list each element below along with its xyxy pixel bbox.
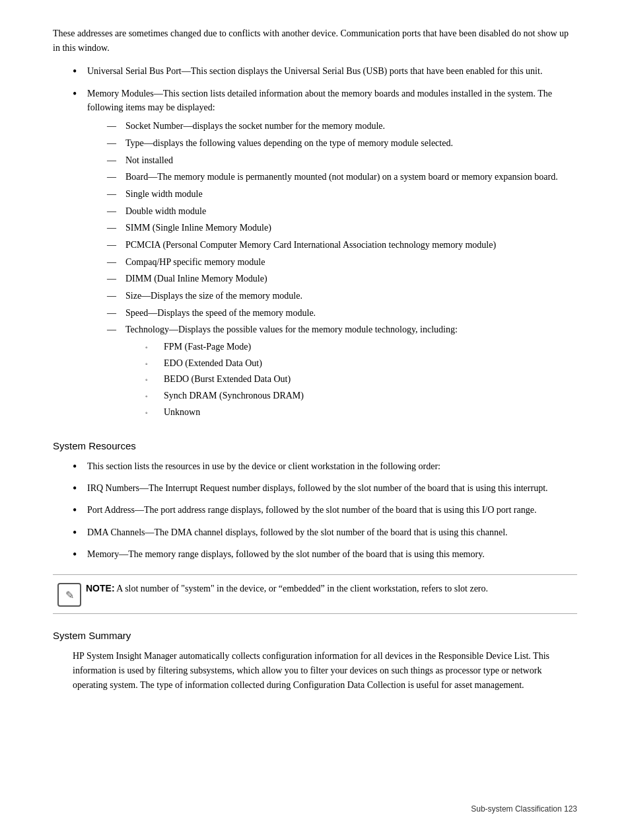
dash-mark: — — [107, 136, 125, 151]
circle-item: ◦ EDO (Extended Data Out) — [125, 356, 577, 371]
list-item: • DMA Channels—The DMA channel displays,… — [53, 525, 577, 541]
system-resources-list: • This section lists the resources in us… — [53, 459, 577, 563]
unknown-text: Unknown — [164, 405, 577, 420]
circle-item: ◦ BEDO (Burst Extended Data Out) — [125, 372, 577, 387]
compaq-text: Compaq/HP specific memory module — [125, 255, 577, 270]
note-label: NOTE: — [86, 583, 115, 593]
list-item: • This section lists the resources in us… — [53, 459, 577, 475]
dash-mark: — — [107, 306, 125, 321]
page-footer: Sub-system Classification 123 — [471, 804, 577, 814]
note-icon-inner — [57, 583, 81, 607]
dash-item: — Type—displays the following values dep… — [87, 136, 577, 151]
order-text: This section lists the resources in use … — [87, 459, 577, 474]
system-resources-heading: System Resources — [53, 440, 577, 451]
dash-item: — Double width module — [87, 204, 577, 219]
note-icon — [53, 582, 86, 607]
dash-item: — PCMCIA (Personal Computer Memory Card … — [87, 238, 577, 252]
bullet-dot: • — [73, 503, 87, 518]
bullet-dot: • — [73, 87, 87, 102]
bullet-dot: • — [73, 481, 87, 496]
note-body: A slot number of "system" in the device,… — [116, 584, 488, 593]
circle-item: ◦ FPM (Fast-Page Mode) — [125, 340, 577, 354]
circle-mark: ◦ — [145, 356, 164, 369]
dash-item: — Compaq/HP specific memory module — [87, 255, 577, 270]
list-item: • Universal Serial Bus Port—This section… — [53, 64, 577, 79]
dash-mark: — — [107, 238, 125, 252]
circle-item: ◦ Synch DRAM (Synchronous DRAM) — [125, 389, 577, 403]
circle-mark: ◦ — [145, 405, 164, 418]
dash-mark: — — [107, 187, 125, 202]
memory-text: Memory—The memory range displays, follow… — [87, 547, 577, 562]
size-text: Size—Displays the size of the memory mod… — [125, 289, 577, 303]
synch-text: Synch DRAM (Synchronous DRAM) — [164, 389, 577, 403]
dash-mark: — — [107, 170, 125, 184]
system-summary-heading: System Summary — [53, 630, 577, 641]
circle-mark: ◦ — [145, 340, 164, 353]
double-width-text: Double width module — [125, 204, 577, 219]
speed-text: Speed—Displays the speed of the memory m… — [125, 306, 577, 321]
dash-mark: — — [107, 204, 125, 219]
dash-mark: — — [107, 272, 125, 286]
technology-text: Technology—Displays the possible values … — [125, 325, 458, 334]
memory-modules-content: Memory Modules—This section lists detail… — [87, 87, 577, 424]
bedo-text: BEDO (Burst Extended Data Out) — [164, 372, 577, 387]
fpm-text: FPM (Fast-Page Mode) — [164, 340, 577, 354]
system-summary-body: HP System Insight Manager automatically … — [73, 649, 577, 692]
technology-content: Technology—Displays the possible values … — [125, 323, 577, 421]
dash-item: — SIMM (Single Inline Memory Module) — [87, 221, 577, 235]
note-box: NOTE: A slot number of "system" in the d… — [53, 574, 577, 614]
list-item: • IRQ Numbers—The Interrupt Request numb… — [53, 481, 577, 496]
memory-modules-text: Memory Modules—This section lists detail… — [87, 89, 552, 113]
dash-mark: — — [107, 255, 125, 270]
dash-mark: — — [107, 221, 125, 235]
circle-item: ◦ Unknown — [125, 405, 577, 420]
single-width-text: Single width module — [125, 187, 577, 202]
bullet-dot: • — [73, 64, 87, 79]
port-address-text: Port Address—The port address range disp… — [87, 503, 577, 517]
dash-item: — Board—The memory module is permanently… — [87, 170, 577, 184]
dash-item: — Single width module — [87, 187, 577, 202]
dash-item: — DIMM (Dual Inline Memory Module) — [87, 272, 577, 286]
usb-text: Universal Serial Bus Port—This section d… — [87, 64, 577, 79]
dash-item: — Not installed — [87, 153, 577, 168]
irq-text: IRQ Numbers—The Interrupt Request number… — [87, 481, 577, 496]
type-text: Type—displays the following values depen… — [125, 136, 577, 151]
dash-mark: — — [107, 119, 125, 134]
dash-mark: — — [107, 289, 125, 303]
main-bullet-list: • Universal Serial Bus Port—This section… — [53, 64, 577, 424]
dash-item: — Technology—Displays the possible value… — [87, 323, 577, 421]
circle-mark: ◦ — [145, 389, 164, 402]
intro-paragraph: These addresses are sometimes changed du… — [53, 26, 577, 55]
edo-text: EDO (Extended Data Out) — [164, 356, 577, 371]
dash-item: — Size—Displays the size of the memory m… — [87, 289, 577, 303]
dash-list: — Socket Number—displays the socket numb… — [87, 119, 577, 421]
dash-mark: — — [107, 323, 125, 337]
circle-list: ◦ FPM (Fast-Page Mode) ◦ EDO (Extended D… — [125, 340, 577, 419]
dash-item: — Speed—Displays the speed of the memory… — [87, 306, 577, 321]
list-item: • Memory—The memory range displays, foll… — [53, 547, 577, 562]
bullet-dot: • — [73, 547, 87, 562]
socket-text: Socket Number—displays the socket number… — [125, 119, 577, 134]
dash-mark: — — [107, 153, 125, 168]
not-installed-text: Not installed — [125, 153, 577, 168]
simm-text: SIMM (Single Inline Memory Module) — [125, 221, 577, 235]
note-text: NOTE: A slot number of "system" in the d… — [86, 582, 577, 596]
board-text: Board—The memory module is permanently m… — [125, 170, 577, 184]
circle-mark: ◦ — [145, 372, 164, 385]
dash-item: — Socket Number—displays the socket numb… — [87, 119, 577, 134]
bullet-dot: • — [73, 525, 87, 541]
dimm-text: DIMM (Dual Inline Memory Module) — [125, 272, 577, 286]
list-item: • Port Address—The port address range di… — [53, 503, 577, 518]
system-summary-text: HP System Insight Manager automatically … — [73, 649, 577, 692]
dma-text: DMA Channels—The DMA channel displays, f… — [87, 525, 577, 540]
bullet-dot: • — [73, 459, 87, 475]
pcmcia-text: PCMCIA (Personal Computer Memory Card In… — [125, 238, 577, 252]
list-item: • Memory Modules—This section lists deta… — [53, 87, 577, 424]
